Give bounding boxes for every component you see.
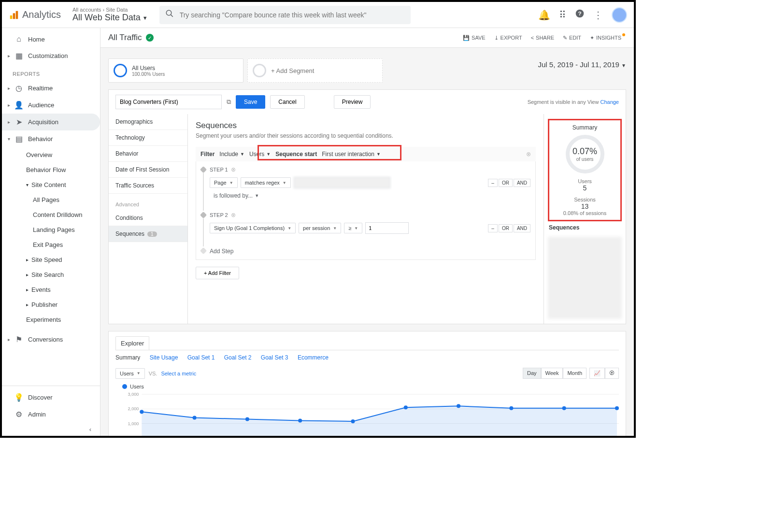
share-button[interactable]: <SHARE [531, 35, 554, 41]
nav-site-search[interactable]: ▸Site Search [2, 267, 100, 282]
remove-condition-button[interactable]: – [488, 179, 498, 187]
subtab-goal-set-1[interactable]: Goal Set 1 [187, 354, 215, 361]
step1-value-input[interactable] [294, 177, 390, 188]
include-dropdown[interactable]: Include ▼ [219, 151, 244, 158]
legend-users: Users [130, 384, 144, 389]
opt-behavior[interactable]: Behavior [109, 146, 187, 162]
person-icon: 👤 [14, 101, 23, 110]
apps-icon[interactable]: ⠿ [559, 9, 566, 21]
svg-point-3 [166, 10, 172, 15]
nav-content-drilldown[interactable]: Content Drilldown [2, 207, 100, 222]
logo[interactable]: Analytics [2, 9, 68, 20]
nav-experiments[interactable]: Experiments [2, 312, 100, 327]
primary-metric-dropdown[interactable]: Users▼ [115, 368, 145, 379]
copy-icon[interactable]: ⧉ [227, 98, 231, 106]
chart-type-motion-icon[interactable]: ⦿ [605, 368, 619, 379]
date-range-picker[interactable]: Jul 5, 2019 - Jul 11, 2019 ▼ [538, 58, 626, 83]
save-segment-button[interactable]: Save [236, 95, 265, 109]
segment-name-input[interactable] [115, 95, 222, 109]
opt-sequences[interactable]: Sequences1 [109, 226, 187, 242]
opt-traffic-sources[interactable]: Traffic Sources [109, 178, 187, 194]
nav-audience[interactable]: ▸👤Audience [2, 97, 100, 114]
tab-explorer[interactable]: Explorer [115, 336, 149, 350]
granularity-month[interactable]: Month [563, 368, 587, 379]
nav-landing-pages[interactable]: Landing Pages [2, 222, 100, 237]
chart-type-line-icon[interactable]: 📈 [589, 368, 605, 379]
nav-conversions[interactable]: ▸⚑Conversions [2, 331, 100, 348]
more-icon[interactable]: ⋮ [593, 9, 603, 21]
step2-value-input[interactable] [365, 222, 409, 234]
or-button[interactable]: OR [499, 224, 513, 232]
subtab-summary[interactable]: Summary [115, 354, 140, 361]
or-button[interactable]: OR [499, 179, 513, 187]
cancel-button[interactable]: Cancel [270, 95, 304, 109]
app-name: Analytics [22, 9, 61, 20]
nav-realtime[interactable]: ▸◷Realtime [2, 80, 100, 97]
and-button[interactable]: AND [514, 224, 530, 232]
nav-events[interactable]: ▸Events [2, 282, 100, 297]
step-1: STEP 1⊗ Page▼ matches regex▼ –ORAND is f… [196, 161, 535, 207]
nav-exit-pages[interactable]: Exit Pages [2, 237, 100, 252]
opt-conditions[interactable]: Conditions [109, 210, 187, 226]
search-box[interactable] [159, 6, 411, 24]
nav-customization[interactable]: ▸▦Customization [2, 47, 100, 64]
nav-behavior-flow[interactable]: Behavior Flow [2, 162, 100, 177]
nav-site-speed[interactable]: ▸Site Speed [2, 252, 100, 267]
line-chart: 1,0002,0003,000 [122, 389, 619, 436]
nav-behavior[interactable]: ▾▤Behavior [2, 130, 100, 147]
dimension-dropdown[interactable]: Page▼ [210, 177, 238, 188]
opt-demographics[interactable]: Demographics [109, 114, 187, 130]
svg-point-17 [351, 419, 355, 423]
subtab-site-usage[interactable]: Site Usage [150, 354, 178, 361]
nav-site-content[interactable]: ▾Site Content [2, 177, 100, 192]
view-switcher[interactable]: All accounts › Site Data All Web Site Da… [72, 7, 148, 23]
search-input[interactable] [180, 11, 405, 19]
add-segment-button[interactable]: + Add Segment [247, 58, 383, 83]
dimension-dropdown[interactable]: Sign Up (Goal 1 Completions)▼ [210, 223, 296, 233]
opt-technology[interactable]: Technology [109, 130, 187, 146]
granularity-week[interactable]: Week [541, 368, 563, 379]
nav-behavior-overview[interactable]: Overview [2, 147, 100, 162]
insights-icon: ✦ [590, 35, 594, 41]
account-avatar[interactable] [612, 7, 627, 23]
svg-point-18 [404, 405, 408, 409]
preview-button[interactable]: Preview [334, 95, 371, 109]
remove-condition-button[interactable]: – [488, 224, 498, 232]
nav-discover[interactable]: 💡Discover [2, 389, 100, 406]
insights-button[interactable]: ✦INSIGHTS [590, 35, 626, 41]
subtab-goal-set-3[interactable]: Goal Set 3 [261, 354, 288, 361]
opt-date-first[interactable]: Date of First Session [109, 162, 187, 178]
add-filter-button[interactable]: + Add Filter [196, 267, 239, 279]
secondary-metric-link[interactable]: Select a metric [161, 371, 196, 376]
operator-dropdown[interactable]: matches regex▼ [241, 177, 291, 188]
save-button[interactable]: 💾SAVE [463, 35, 486, 41]
search-icon [165, 9, 174, 20]
export-button[interactable]: ⤓EXPORT [494, 35, 522, 41]
scope-dropdown[interactable]: Users ▼ [249, 151, 271, 158]
remove-step-icon[interactable]: ⊗ [231, 212, 236, 218]
followed-by-dropdown[interactable]: is followed by... ▼ [210, 192, 530, 199]
segment-row: All Users100.00% Users + Add Segment Jul… [108, 53, 626, 89]
nav-publisher[interactable]: ▸Publisher [2, 297, 100, 312]
notifications-icon[interactable]: 🔔 [538, 9, 550, 21]
clock-icon: ◷ [14, 84, 23, 93]
nav-admin[interactable]: ⚙Admin [2, 406, 100, 423]
remove-filter-icon[interactable]: ⊗ [526, 151, 531, 158]
subtab-ecommerce[interactable]: Ecommerce [298, 354, 329, 361]
add-step[interactable]: Add Step [196, 243, 535, 259]
change-visibility-link[interactable]: Change [600, 99, 619, 105]
help-icon[interactable]: ? [575, 9, 585, 21]
nav-home[interactable]: ⌂Home [2, 31, 100, 47]
scope-dropdown[interactable]: per session▼ [299, 223, 341, 233]
collapse-nav-button[interactable]: ‹ [2, 423, 100, 436]
subtab-goal-set-2[interactable]: Goal Set 2 [224, 354, 252, 361]
operator-dropdown[interactable]: ≥▼ [344, 223, 362, 233]
remove-step-icon[interactable]: ⊗ [231, 166, 236, 173]
nav-acquisition[interactable]: ▸➤Acquisition [2, 114, 100, 130]
segment-all-users[interactable]: All Users100.00% Users [108, 58, 243, 83]
sequence-start-dropdown[interactable]: First user interaction ▼ [322, 151, 381, 158]
nav-all-pages[interactable]: All Pages [2, 192, 100, 207]
edit-button[interactable]: ✎EDIT [563, 35, 581, 41]
granularity-day[interactable]: Day [523, 368, 541, 379]
and-button[interactable]: AND [514, 179, 530, 187]
